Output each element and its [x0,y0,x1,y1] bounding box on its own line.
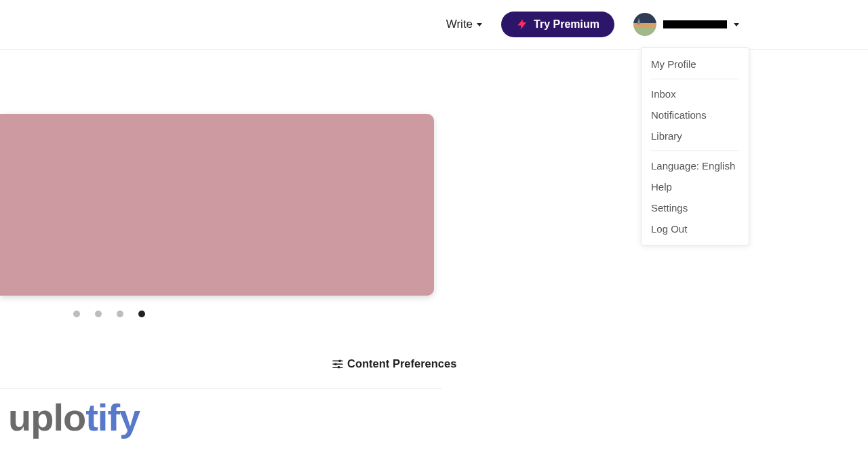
menu-divider [651,151,739,151]
menu-item-settings[interactable]: Settings [642,197,749,218]
carousel-dot-1[interactable] [73,311,80,317]
avatar [633,13,656,36]
content-preferences-label: Content Preferences [347,357,456,370]
svg-rect-4 [334,363,336,365]
menu-item-notifications[interactable]: Notifications [642,104,749,125]
svg-rect-3 [339,359,341,361]
menu-item-my-profile[interactable]: My Profile [642,54,749,75]
username-redacted [663,20,727,28]
menu-item-log-out[interactable]: Log Out [642,218,749,239]
top-nav: Write Try Premium [0,0,868,49]
lightning-bolt-icon [516,18,528,31]
brand-logo: uplotify [8,399,140,437]
write-label: Write [446,18,473,31]
hero-banner[interactable] [0,114,434,296]
menu-item-help[interactable]: Help [642,176,749,197]
carousel-dot-2[interactable] [95,311,102,317]
menu-item-inbox[interactable]: Inbox [642,83,749,104]
chevron-down-icon [734,23,739,26]
section-divider [0,389,442,389]
carousel-dot-3[interactable] [117,311,123,317]
menu-item-language[interactable]: Language: English [642,155,749,176]
profile-menu-toggle[interactable] [633,13,739,36]
menu-divider [651,79,739,79]
menu-item-library[interactable]: Library [642,125,749,146]
carousel-dot-4[interactable] [138,311,145,317]
chevron-down-icon [477,23,482,26]
write-menu-button[interactable]: Write [446,18,482,31]
content-preferences-button[interactable]: Content Preferences [332,357,456,370]
sliders-icon [332,359,343,369]
premium-label: Try Premium [534,18,599,31]
brand-logo-part2: tify [85,396,140,439]
user-dropdown-menu: My Profile Inbox Notifications Library L… [641,47,749,245]
brand-logo-part1: uplo [8,396,85,439]
svg-rect-5 [338,366,340,368]
carousel-pagination [73,311,145,317]
try-premium-button[interactable]: Try Premium [501,12,614,37]
